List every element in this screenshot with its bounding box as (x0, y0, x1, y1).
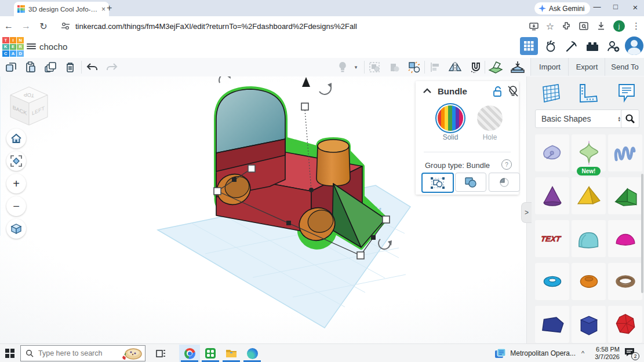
mode-3d-design-button[interactable] (520, 37, 538, 55)
ungroup-button[interactable] (387, 60, 402, 74)
material-hole-swatch[interactable] (477, 105, 503, 131)
new-tab-button[interactable]: + (107, 3, 112, 13)
task-view-button[interactable] (150, 345, 171, 362)
tinkercad-logo[interactable]: TIN KER CAD (2, 37, 24, 57)
collapse-shapes-panel-button[interactable]: > (521, 202, 532, 223)
shape-pyramid[interactable] (572, 177, 606, 214)
shape-roof[interactable] (608, 177, 642, 214)
browser-menu-icon[interactable]: ⋮ (632, 21, 641, 31)
show-hide-button[interactable] (335, 60, 350, 74)
group-type-bundle-button[interactable] (421, 173, 454, 193)
fit-view-button[interactable] (6, 151, 26, 171)
design-title[interactable]: chocho (39, 42, 67, 52)
taskbar-search[interactable] (20, 345, 145, 361)
align-button[interactable] (428, 60, 443, 74)
hide-lightbulb-icon[interactable] (507, 85, 519, 97)
show-hide-caret[interactable]: ▾ (351, 60, 361, 74)
start-button[interactable] (5, 349, 14, 358)
duplicate-button[interactable] (43, 60, 58, 74)
ruler-tool-button[interactable] (510, 60, 525, 74)
ruler-helper-icon[interactable] (578, 82, 598, 104)
snap-button[interactable] (468, 60, 483, 74)
shapes-scrollbar[interactable] (641, 174, 643, 293)
home-view-button[interactable] (6, 129, 26, 148)
import-button[interactable]: Import (530, 58, 569, 76)
taskbar-file-explorer[interactable] (221, 345, 242, 362)
group-type-solid-button[interactable] (455, 173, 486, 192)
taskbar-green-grid-app[interactable] (200, 345, 221, 362)
invite-collaborator-button[interactable] (604, 37, 622, 55)
forward-icon[interactable]: → (17, 21, 35, 31)
tray-app-name[interactable]: Metropolitan Opera... (510, 349, 576, 357)
mode-bricks-button[interactable] (583, 37, 601, 55)
shape-cone[interactable] (535, 177, 569, 214)
taskbar-clock[interactable]: 6:58 PM 3/7/2026 (595, 346, 620, 361)
shape-polygon[interactable] (535, 306, 569, 343)
group-button[interactable] (368, 60, 383, 74)
export-button[interactable]: Export (568, 58, 605, 76)
download-icon[interactable] (596, 21, 606, 31)
search-highlight-icon[interactable] (119, 346, 143, 361)
send-to-device-icon[interactable] (529, 21, 539, 31)
height-cone-handle[interactable] (302, 77, 310, 87)
help-icon[interactable]: ? (501, 159, 512, 170)
tray-app-icon[interactable] (494, 348, 506, 359)
redo-button[interactable] (104, 60, 119, 74)
perspective-toggle-button[interactable] (6, 219, 26, 239)
menu-list-icon[interactable] (27, 42, 36, 50)
shape-category-dropdown[interactable]: Basic Shapes ▴▾ (535, 109, 625, 128)
shape-text[interactable]: TEXT (535, 220, 569, 257)
back-icon[interactable]: ← (0, 21, 17, 31)
selection-center-dot[interactable] (309, 188, 314, 192)
mode-minecraft-button[interactable] (562, 37, 580, 55)
notification-center-button[interactable]: 2 (624, 348, 638, 359)
workplane-tool-button[interactable] (488, 60, 503, 74)
shape-torus[interactable] (535, 263, 569, 300)
browser-tab[interactable]: 3D design Cool Jofo-Turing - T × (14, 2, 109, 16)
site-settings-icon[interactable] (60, 21, 71, 31)
ungroup-all-button[interactable] (407, 60, 422, 74)
window-close-button[interactable]: × (630, 2, 641, 12)
shape-icosahedron[interactable] (608, 306, 642, 343)
tinkercad-avatar[interactable] (625, 36, 643, 55)
send-to-button[interactable]: Send To (605, 58, 644, 76)
window-maximize-button[interactable]: □ (610, 2, 621, 11)
tab-close-icon[interactable]: × (101, 5, 105, 13)
material-solid-swatch[interactable] (438, 105, 463, 131)
shape-donut[interactable] (572, 263, 606, 300)
browser-profile-avatar[interactable]: j (613, 20, 625, 32)
shape-ring[interactable] (608, 263, 642, 300)
ask-gemini-button[interactable]: Ask Gemini (534, 2, 590, 14)
shape-pen[interactable] (535, 134, 569, 171)
extensions-icon[interactable] (561, 21, 572, 31)
shape-round-roof[interactable] (572, 220, 606, 257)
shape-search-button[interactable] (621, 109, 639, 128)
refresh-icon[interactable]: ↻ (35, 21, 52, 32)
paste-button[interactable] (23, 60, 38, 74)
workplane-helper-icon[interactable] (540, 82, 562, 104)
zoom-in-button[interactable]: + (6, 174, 26, 193)
shape-hex-prism[interactable] (572, 306, 606, 343)
taskbar-edge[interactable] (242, 345, 263, 362)
shape-scribble[interactable] (608, 134, 642, 171)
search-sidepanel-icon[interactable] (578, 21, 589, 31)
tray-chevron-icon[interactable]: ^ (581, 350, 584, 357)
taskbar-search-input[interactable] (37, 349, 109, 358)
url-text[interactable]: tinkercad.com/things/fm4M3ejFaXl/edit?re… (75, 22, 357, 31)
notes-helper-icon[interactable] (617, 82, 636, 104)
undo-button[interactable] (85, 60, 100, 74)
lock-icon[interactable] (493, 86, 503, 97)
mirror-button[interactable] (447, 60, 463, 74)
mode-circuits-button[interactable] (541, 37, 559, 55)
delete-button[interactable] (63, 60, 78, 74)
bookmark-star-icon[interactable]: ☆ (546, 21, 554, 32)
collapse-panel-icon[interactable] (423, 88, 432, 94)
taskbar-chrome[interactable] (179, 345, 200, 362)
group-type-transparent-button[interactable] (489, 173, 520, 192)
window-minimize-button[interactable]: — (591, 2, 603, 11)
shape-spinning-top[interactable]: New! (572, 134, 606, 171)
copy-button[interactable] (3, 60, 19, 74)
view-cube[interactable]: TOP BACK LEFT (5, 83, 53, 130)
zoom-out-button[interactable]: − (6, 196, 26, 216)
shape-half-sphere[interactable] (608, 220, 642, 257)
